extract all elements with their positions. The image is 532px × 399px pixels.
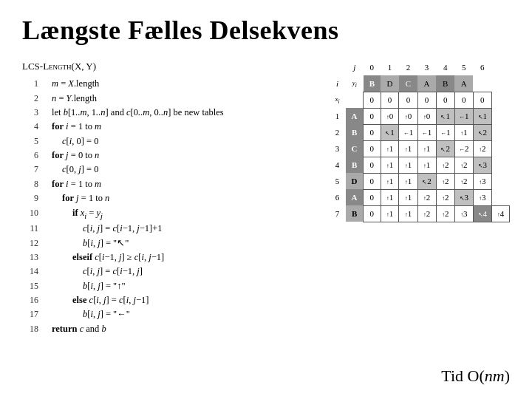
table-row-2: 2 B 0 ↖1 ←1 ←1 ←1 ↑1 ↖2	[329, 124, 510, 140]
code-line-13: 13 elseif c[i−1, j] ≥ c[i, j−1]	[22, 250, 314, 265]
table-row-1: 1 A 0 ↑0 ↑0 ↑0 ↖1 ←1 ↖1	[329, 108, 510, 124]
lcs-table-area: j 0 1 2 3 4 5 6 i yi B D	[329, 59, 510, 222]
yi-header-row: i yi B D C A B A	[329, 75, 510, 92]
code-line-15: 15 b[i, j] = "↑"	[22, 279, 314, 293]
code-line-10: 10 if xi = yj	[22, 206, 314, 222]
time-complexity: Tid O(nm)	[441, 366, 510, 386]
code-line-8: 8 for i = 1 to m	[22, 177, 314, 191]
code-line-11: 11 c[i, j] = c[i−1, j−1]+1	[22, 222, 314, 236]
code-line-12: 12 b[i, j] = "↖"	[22, 236, 314, 250]
code-line-4: 4 for i = 1 to m	[22, 120, 314, 134]
code-line-6: 6 for j = 0 to n	[22, 149, 314, 163]
content-area: LCS-Length(X, Y) 1 m = X.length 2 n = Y.…	[22, 59, 510, 336]
code-line-18: 18 return c and b	[22, 322, 314, 336]
proc-header: LCS-Length(X, Y)	[22, 59, 314, 74]
code-line-9: 9 for j = 1 to n	[22, 191, 314, 205]
lcs-table: j 0 1 2 3 4 5 6 i yi B D	[329, 59, 510, 222]
code-line-16: 16 else c[i, j] = c[i, j−1]	[22, 293, 314, 307]
table-row-5: 5 D 0 ↑1 ↑1 ↖2 ↑2 ↑2 ↑3	[329, 173, 510, 189]
table-row-7: 7 B 0 ↑1 ↑1 ↑2 ↑2 ↑3 ↖4 ↑4	[329, 205, 510, 222]
code-line-17: 17 b[i, j] = "←"	[22, 307, 314, 321]
proc-params: (X, Y)	[72, 61, 96, 72]
pseudocode-block: LCS-Length(X, Y) 1 m = X.length 2 n = Y.…	[22, 59, 314, 336]
code-line-7: 7 c[0, j] = 0	[22, 163, 314, 177]
code-line-1: 1 m = X.length	[22, 77, 314, 91]
proc-name: LCS-Length	[22, 61, 72, 72]
table-row-3: 3 C 0 ↑1 ↑1 ↑1 ↖2 ←2 ↑2	[329, 140, 510, 157]
code-line-14: 14 c[i, j] = c[i−1, j]	[22, 265, 314, 279]
code-line-5: 5 c[i, 0] = 0	[22, 134, 314, 149]
page-title: Længste Fælles Delsekvens	[22, 15, 510, 46]
table-row-0: xi 0 0 0 0 0 0 0	[329, 92, 510, 108]
code-line-2: 2 n = Y.length	[22, 92, 314, 106]
j-header-row: j 0 1 2 3 4 5 6	[329, 59, 510, 75]
code-line-3: 3 let b[1..m, 1..n] and c[0..m, 0..n] be…	[22, 106, 314, 120]
table-row-4: 4 B 0 ↑1 ↑1 ↑1 ↑2 ↑2 ↖3	[329, 157, 510, 173]
time-label-text: Tid O(nm)	[441, 366, 510, 385]
page: Længste Fælles Delsekvens LCS-Length(X, …	[0, 0, 532, 399]
table-row-6: 6 A 0 ↑1 ↑1 ↑2 ↑2 ↖3 ↑3	[329, 189, 510, 205]
